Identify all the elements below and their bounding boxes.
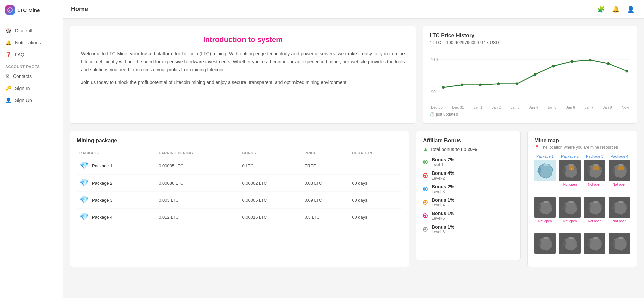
svg-point-9 [479, 83, 481, 86]
svg-text:!: ! [596, 167, 597, 170]
bell-icon: 🔔 [5, 40, 12, 46]
chart-label: Jan 8 [603, 105, 612, 109]
table-row[interactable]: 💎 Package 3 0.003 LTC 0.00005 LTC 0.09 L… [77, 192, 402, 209]
sidebar-item-contacts[interactable]: ✉ Contacts [0, 70, 63, 82]
table-row[interactable]: 💎 Package 1 0.00005 LTC 0 LTC FREE – [77, 157, 402, 175]
bonus-level: Level-6 [432, 230, 454, 234]
map-item-status: Not open [538, 219, 552, 223]
user-icon: 👤 [627, 6, 634, 13]
map-item[interactable]: Package 1 [534, 154, 556, 187]
bell-button[interactable]: 🔔 [610, 4, 621, 15]
svg-text:110: 110 [431, 57, 438, 62]
pkg-earning: 0.003 LTC [156, 192, 239, 209]
mine-rock-icon: ! [559, 160, 581, 181]
pkg-bonus: 0.00005 LTC [239, 192, 302, 209]
logo-icon: ₤ [5, 5, 15, 15]
mining-table: BACKAGE EARNING PERDAY BONUS PRICE DURAT… [77, 149, 402, 226]
bonus-level: level-1 [432, 162, 454, 167]
bonus-dot [423, 200, 428, 205]
main-content: Home 🧩 🔔 👤 Introduction to system Welcom… [63, 0, 644, 298]
chart-label: Jan 7 [585, 105, 594, 109]
map-item[interactable]: Package 3 ! Not open [584, 154, 605, 187]
sidebar-item-notifications[interactable]: 🔔 Notifications [0, 37, 63, 49]
mine-rock-icon [584, 197, 605, 218]
pkg-name-label: Package 3 [92, 198, 112, 203]
table-row[interactable]: 💎 Package 2 0.00086 LTC 0.00002 LTC 0.03… [77, 175, 402, 192]
minemap-subtitle: 📍 The location where you are mine resour… [534, 145, 630, 150]
bonus-pct: Bonus 4% [432, 170, 454, 176]
user-button[interactable]: 👤 [625, 4, 636, 15]
row1: Introduction to system Welcome to LTC-Mi… [70, 26, 637, 124]
pkg-price: 0.3 LTC [302, 209, 349, 226]
bonus-item: Bonus 4% Level-2 [423, 170, 514, 181]
bonus-level: Level-4 [432, 203, 454, 207]
map-item[interactable]: Package 2 ! Not open [559, 154, 581, 187]
map-item[interactable]: Package 4 ! Not open [609, 154, 630, 187]
bonus-pct: Bonus 1% [432, 224, 454, 230]
map-img [534, 197, 556, 218]
map-item [584, 227, 605, 260]
mine-rock-icon [534, 233, 556, 254]
map-item-label: Package 3 [586, 154, 603, 158]
bonus-item: Bonus 1% Level-4 [423, 197, 514, 207]
svg-point-10 [497, 82, 500, 85]
map-item-status: Not open [563, 219, 577, 223]
sidebar-item-dice-roll[interactable]: 🎲 Dice roll [0, 24, 63, 37]
svg-text:₤: ₤ [9, 9, 11, 12]
chart-x-labels: Dec 30 Dec 31 Jan 1 Jan 2 Jan 3 Jan 4 Ja… [430, 105, 630, 109]
map-img [609, 233, 630, 254]
pkg-name-label: Package 1 [92, 163, 112, 168]
logo-text: LTC Mine [17, 7, 40, 13]
bonus-dot [423, 227, 428, 232]
table-row[interactable]: 💎 Package 4 0.012 LTC 0.00015 LTC 0.3 LT… [77, 209, 402, 226]
col-earning: EARNING PERDAY [156, 149, 239, 157]
svg-point-12 [534, 73, 536, 76]
bonus-item: Bonus 2% Level-3 [423, 184, 514, 194]
map-item [609, 227, 630, 260]
map-item-status: Not open [613, 219, 627, 223]
mine-rock-icon [609, 233, 630, 254]
svg-text:90: 90 [431, 90, 436, 94]
intro-paragraph-2: Join us today to unlock the profit poten… [81, 79, 405, 87]
sidebar-item-label: Notifications [15, 40, 41, 45]
pkg-price: 0.09 LTC [302, 192, 349, 209]
bonus-pct: Bonus 2% [432, 184, 454, 189]
gem-icon: 💎 [79, 179, 89, 187]
map-item [559, 227, 581, 260]
pkg-name-cell: 💎 Package 1 [77, 157, 156, 175]
map-item-label: Package 4 [611, 154, 628, 158]
col-duration: DURATION [349, 149, 402, 157]
price-card: LTC Price History 1 LTC = 100.4029796090… [423, 26, 637, 124]
map-img [584, 197, 605, 218]
sidebar-logo[interactable]: ₤ LTC Mine [0, 0, 63, 20]
sidebar-item-faq[interactable]: ❓ FAQ [0, 49, 63, 61]
intro-card: Introduction to system Welcome to LTC-Mi… [70, 26, 416, 124]
minemap-grid: Package 1 Package 2 ! Not open Package 3 [534, 154, 630, 260]
gem-icon: 💎 [79, 213, 89, 221]
dice-icon: 🎲 [5, 28, 12, 34]
pkg-duration: 60 days [349, 209, 402, 226]
svg-point-7 [442, 86, 445, 89]
notification-bell-icon: 🔔 [612, 6, 620, 13]
mining-card: Mining package BACKAGE EARNING PERDAY BO… [70, 131, 409, 267]
pkg-name-label: Package 2 [92, 181, 112, 186]
map-item[interactable]: Not open [609, 191, 630, 223]
map-img [534, 233, 556, 254]
mine-rock-icon [559, 197, 581, 218]
chart-label: Jan 5 [547, 105, 556, 109]
header: Home 🧩 🔔 👤 [63, 0, 644, 19]
puzzle-button[interactable]: 🧩 [596, 4, 606, 15]
map-img [559, 233, 581, 254]
price-updated: 🕐 just updated [430, 112, 630, 117]
sidebar-item-sign-up[interactable]: 👤 Sign Up [0, 94, 63, 106]
mine-rock-icon [534, 160, 556, 181]
bonus-info: Bonus 2% Level-3 [432, 184, 454, 194]
map-item[interactable]: Not open [559, 191, 581, 223]
svg-point-16 [607, 62, 610, 65]
page-content: Introduction to system Welcome to LTC-Mi… [63, 19, 644, 298]
sidebar-item-sign-in[interactable]: 🔑 Sign In [0, 82, 63, 94]
pkg-earning: 0.00086 LTC [156, 175, 239, 192]
pkg-price: 0.03 LTC [302, 175, 349, 192]
map-item[interactable]: Not open [534, 191, 556, 223]
map-item[interactable]: Not open [584, 191, 605, 223]
